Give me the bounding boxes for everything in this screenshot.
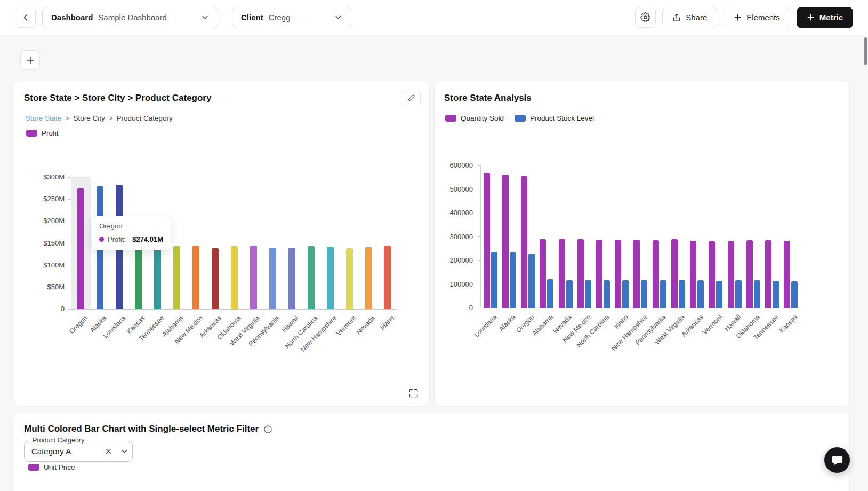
y-axis-tick-label: $300M: [43, 173, 65, 181]
y-axis-tick-label: $200M: [43, 217, 65, 225]
bar-tennessee[interactable]: [765, 240, 771, 308]
y-axis: 6000005000004000003000002000001000000: [444, 165, 476, 308]
bar-idaho[interactable]: [384, 246, 391, 309]
bar-slot-nevada: [556, 165, 575, 308]
chevron-down-icon: [334, 13, 342, 21]
bar-alaska[interactable]: [510, 252, 516, 308]
bar-new-hampshire[interactable]: [641, 280, 647, 308]
bar-slot-oregon: [71, 177, 91, 309]
bar-alaska[interactable]: [502, 175, 509, 308]
dashboard-select[interactable]: Dashboard Sample Dashboard: [42, 7, 218, 28]
bar-slot-nevada: [359, 177, 378, 309]
settings-button[interactable]: [635, 7, 656, 28]
x-axis-label: Vermont: [334, 314, 357, 337]
bar-slot-alaska: [500, 165, 518, 308]
bar-idaho[interactable]: [622, 280, 629, 308]
bar-idaho[interactable]: [615, 240, 621, 308]
bar-arkansas[interactable]: [690, 241, 696, 308]
bar-west-virginia[interactable]: [671, 239, 678, 308]
bar-hawaii[interactable]: [735, 280, 742, 308]
chat-launcher-button[interactable]: [824, 447, 850, 473]
bar-oklahoma[interactable]: [746, 240, 753, 308]
bar-new-hampshire[interactable]: [633, 240, 640, 308]
bar-west-virginia[interactable]: [250, 246, 257, 309]
legend-item[interactable]: Unit Price: [28, 463, 75, 471]
bar-nevada[interactable]: [365, 247, 372, 309]
bar-nevada[interactable]: [559, 239, 565, 308]
open-filter-dropdown-button[interactable]: [116, 441, 132, 461]
card-state-analysis: Store State Analysis Quantity SoldProduc…: [434, 81, 850, 406]
bar-alabama[interactable]: [173, 246, 180, 309]
bar-vermont[interactable]: [716, 281, 722, 308]
share-button[interactable]: Share: [662, 7, 717, 28]
bar-slot-new-hampshire: [631, 165, 650, 308]
bar-kansas[interactable]: [784, 241, 790, 308]
bar-louisiana[interactable]: [491, 252, 497, 308]
bar-new-mexico[interactable]: [577, 239, 584, 308]
bar-north-carolina[interactable]: [604, 280, 610, 308]
add-tile-button[interactable]: [20, 50, 40, 70]
legend-item[interactable]: Quantity Sold: [445, 114, 504, 122]
breadcrumb-item[interactable]: Product Category: [117, 114, 173, 122]
y-axis-tick-label: 400000: [450, 209, 473, 217]
expand-chart-button[interactable]: [406, 386, 421, 400]
bar-hawaii[interactable]: [288, 248, 295, 309]
breadcrumb-item[interactable]: Store State: [26, 114, 62, 122]
y-axis-tick-label: 500000: [450, 185, 473, 194]
edit-chart-button[interactable]: [401, 90, 421, 106]
bar-louisiana[interactable]: [484, 173, 490, 308]
bar-tennessee[interactable]: [154, 245, 161, 309]
bar-oregon[interactable]: [528, 254, 535, 308]
breadcrumb-separator: >: [66, 114, 70, 122]
bar-vermont[interactable]: [346, 248, 353, 309]
bar-new-mexico[interactable]: [585, 280, 591, 308]
bar-hawaii[interactable]: [728, 241, 734, 308]
bar-alabama[interactable]: [540, 239, 546, 308]
bar-nevada[interactable]: [566, 280, 573, 308]
bar-oregon[interactable]: [77, 188, 84, 309]
bar-pennsylvania[interactable]: [653, 240, 659, 308]
breadcrumb-item[interactable]: Store City: [73, 114, 105, 122]
card-title: Store State Analysis: [444, 93, 532, 104]
product-category-filter[interactable]: Product Catgeory Category A: [24, 441, 133, 462]
product-category-filter-value: Category A: [25, 447, 101, 456]
elements-button[interactable]: Elements: [724, 7, 790, 28]
bar-tennessee[interactable]: [773, 281, 779, 308]
legend-item[interactable]: Product Stock Level: [515, 114, 594, 122]
bar-oklahoma[interactable]: [754, 280, 760, 308]
bar-oregon[interactable]: [521, 176, 527, 308]
fullscreen-icon: [408, 388, 419, 398]
y-axis-tick-label: 100000: [450, 280, 473, 289]
y-axis-tick-label: $250M: [43, 195, 65, 203]
info-icon[interactable]: [263, 425, 272, 434]
scrollbar-thumb[interactable]: [864, 37, 867, 65]
y-axis-tick-label: 600000: [450, 161, 473, 170]
bar-pennsylvania[interactable]: [660, 280, 666, 308]
bar-kansas[interactable]: [135, 244, 142, 309]
chevron-down-icon: [201, 13, 209, 21]
legend-swatch: [28, 464, 39, 471]
bar-new-hampshire[interactable]: [327, 247, 334, 309]
bar-vermont[interactable]: [709, 241, 715, 308]
bar-oklahoma[interactable]: [231, 246, 238, 309]
back-button[interactable]: [15, 7, 36, 28]
client-select-value: Cregg: [269, 13, 291, 22]
bar-arkansas[interactable]: [697, 280, 704, 308]
bar-kansas[interactable]: [791, 281, 798, 308]
bar-slot-oklahoma: [225, 177, 244, 309]
bar-pennsylvania[interactable]: [269, 248, 276, 309]
bar-north-carolina[interactable]: [308, 246, 315, 309]
card-title: Store State > Store City > Product Categ…: [24, 93, 211, 104]
bar-alabama[interactable]: [547, 279, 553, 308]
bar-slot-louisiana: [481, 165, 500, 308]
legend-item[interactable]: Profit: [26, 129, 59, 137]
bar-west-virginia[interactable]: [679, 280, 685, 308]
clear-filter-button[interactable]: [101, 445, 116, 457]
bar-north-carolina[interactable]: [596, 240, 602, 308]
metric-button[interactable]: Metric: [797, 7, 853, 28]
bar-slot-north-carolina: [593, 165, 612, 308]
bar-arkansas[interactable]: [212, 248, 219, 309]
client-select[interactable]: Client Cregg: [232, 7, 351, 28]
bar-slot-new-mexico: [575, 165, 593, 308]
bar-new-mexico[interactable]: [192, 246, 199, 309]
